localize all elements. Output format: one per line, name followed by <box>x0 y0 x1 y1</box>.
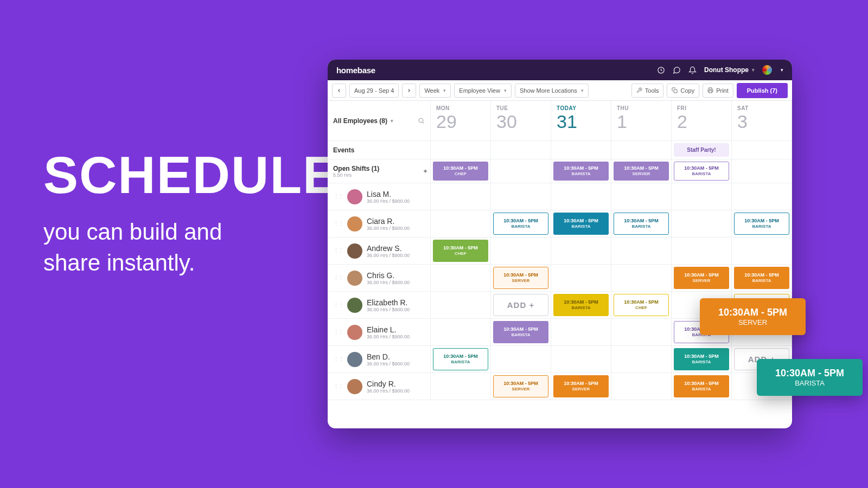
schedule-cell[interactable] <box>672 183 732 210</box>
shift-chip[interactable]: 10:30AM - 5PMBARISTA <box>614 213 669 235</box>
shift-chip[interactable]: 10:30AM - 5PMBARISTA <box>493 321 548 343</box>
employee-filter[interactable]: All Employees (8)▾ <box>333 117 393 125</box>
event-cell[interactable]: Staff Party! <box>672 141 732 159</box>
user-menu-caret[interactable]: ▾ <box>781 67 783 73</box>
period-dropdown[interactable]: Week▾ <box>419 84 451 98</box>
event-cell[interactable] <box>732 141 792 159</box>
schedule-cell[interactable] <box>431 183 491 210</box>
schedule-cell[interactable]: 10:30AM - 5PMBARISTA <box>732 210 792 237</box>
event-chip[interactable]: Staff Party! <box>674 143 729 157</box>
schedule-cell[interactable] <box>732 237 792 265</box>
schedule-cell[interactable] <box>611 373 672 400</box>
prev-week-button[interactable] <box>332 84 346 98</box>
schedule-cell[interactable]: ADD + <box>491 292 551 319</box>
tools-button[interactable]: Tools <box>631 84 664 98</box>
schedule-cell[interactable]: 10:30AM - 5PMBARISTA <box>551 292 611 319</box>
employee-row-label[interactable]: ⋮⋮ Elaine L.36.00 Hrs / $900.00 <box>328 319 431 346</box>
schedule-cell[interactable]: 10:30AM - 5PMBARISTA <box>491 319 551 346</box>
schedule-cell[interactable] <box>611 346 672 373</box>
dragging-shift-barista[interactable]: 10:30AM - 5PM BARISTA <box>757 359 863 396</box>
schedule-cell[interactable] <box>672 210 732 237</box>
drag-handle-icon[interactable]: ⋮⋮ <box>333 329 343 336</box>
event-cell[interactable] <box>551 141 611 159</box>
shift-chip[interactable]: 10:30AM - 5PMCHEF <box>614 294 669 316</box>
drag-handle-icon[interactable]: ⋮⋮ <box>333 383 343 390</box>
day-header[interactable]: THU1 <box>611 101 672 141</box>
schedule-cell[interactable] <box>551 265 611 292</box>
shift-chip[interactable]: 10:30AM - 5PMBARISTA <box>553 213 609 235</box>
employee-row-label[interactable]: ⋮⋮ Lisa M.36.00 Hrs / $900.00 <box>328 183 431 210</box>
shift-chip[interactable]: 10:30AM - 5PMCHEF <box>433 162 488 181</box>
shift-chip[interactable]: 10:30AM - 5PMBARISTA <box>433 348 488 370</box>
dragging-shift-server[interactable]: 10:30AM - 5PM SERVER <box>700 298 806 335</box>
next-week-button[interactable] <box>402 84 416 98</box>
drag-handle-icon[interactable]: ⋮⋮ <box>333 247 343 254</box>
open-shift-cell[interactable]: 10:30AM - 5PMBARISTA <box>551 159 611 183</box>
location-dropdown[interactable]: Donut Shoppe▾ <box>704 66 755 74</box>
shift-chip[interactable]: 10:30AM - 5PMBARISTA <box>674 162 729 181</box>
schedule-cell[interactable]: 10:30AM - 5PMBARISTA <box>672 346 732 373</box>
schedule-cell[interactable] <box>431 319 491 346</box>
bell-icon[interactable] <box>688 66 697 74</box>
clock-icon[interactable] <box>657 66 665 74</box>
day-header[interactable]: TODAY31 <box>551 101 611 141</box>
schedule-cell[interactable]: 10:30AM - 5PMCHEF <box>611 292 672 319</box>
schedule-cell[interactable] <box>491 346 551 373</box>
employee-row-label[interactable]: ⋮⋮ Ciara R.36.00 Hrs / $900.00 <box>328 210 431 237</box>
schedule-cell[interactable]: 10:30AM - 5PMBARISTA <box>491 210 551 237</box>
employee-row-label[interactable]: ⋮⋮ Elizabeth R.36.00 Hrs / $900.00 <box>328 292 431 319</box>
schedule-cell[interactable]: 10:30AM - 5PMBARISTA <box>732 265 792 292</box>
shift-chip[interactable]: 10:30AM - 5PMBARISTA <box>674 348 729 370</box>
shift-chip[interactable]: 10:30AM - 5PMBARISTA <box>734 267 789 289</box>
schedule-cell[interactable]: 10:30AM - 5PMBARISTA <box>672 373 732 400</box>
shift-chip[interactable]: 10:30AM - 5PMBARISTA <box>734 213 789 235</box>
open-shift-cell[interactable]: 10:30AM - 5PMBARISTA <box>672 159 732 183</box>
shift-chip[interactable]: 10:30AM - 5PMCHEF <box>433 240 488 262</box>
open-shift-cell[interactable]: 10:30AM - 5PMCHEF <box>431 159 491 183</box>
open-shift-cell[interactable] <box>491 159 551 183</box>
date-range-button[interactable]: Aug 29 - Sep 4 <box>349 84 399 98</box>
day-header[interactable]: FRI2 <box>672 101 732 141</box>
event-cell[interactable] <box>431 141 491 159</box>
locations-dropdown[interactable]: Show More Locations▾ <box>515 84 589 98</box>
event-cell[interactable] <box>491 141 551 159</box>
magic-wand-icon[interactable]: ✦ <box>423 168 428 175</box>
schedule-cell[interactable]: 10:30AM - 5PMBARISTA <box>551 210 611 237</box>
copy-button[interactable]: Copy <box>667 84 699 98</box>
shift-chip[interactable]: 10:30AM - 5PMSERVER <box>493 267 548 289</box>
schedule-cell[interactable] <box>551 237 611 265</box>
drag-handle-icon[interactable]: ⋮⋮ <box>333 193 343 200</box>
schedule-cell[interactable]: 10:30AM - 5PMSERVER <box>491 265 551 292</box>
view-mode-dropdown[interactable]: Employee View▾ <box>454 84 512 98</box>
schedule-cell[interactable]: 10:30AM - 5PMBARISTA <box>611 210 672 237</box>
employee-row-label[interactable]: ⋮⋮ Andrew S.36.00 Hrs / $900.00 <box>328 237 431 265</box>
schedule-cell[interactable]: 10:30AM - 5PMBARISTA <box>431 346 491 373</box>
schedule-cell[interactable] <box>551 319 611 346</box>
schedule-cell[interactable] <box>732 183 792 210</box>
day-header[interactable]: TUE30 <box>491 101 551 141</box>
employee-row-label[interactable]: ⋮⋮ Ben D.36.00 Hrs / $900.00 <box>328 346 431 373</box>
shift-chip[interactable]: 10:30AM - 5PMBARISTA <box>553 162 609 181</box>
add-shift-button[interactable]: ADD + <box>493 294 548 316</box>
schedule-cell[interactable] <box>491 183 551 210</box>
shift-chip[interactable]: 10:30AM - 5PMSERVER <box>553 375 609 397</box>
schedule-cell[interactable] <box>672 237 732 265</box>
print-button[interactable]: Print <box>703 84 733 98</box>
shift-chip[interactable]: 10:30AM - 5PMBARISTA <box>493 213 548 235</box>
event-cell[interactable] <box>611 141 672 159</box>
schedule-cell[interactable] <box>611 237 672 265</box>
day-header[interactable]: SAT3 <box>732 101 792 141</box>
search-icon[interactable] <box>418 117 425 124</box>
schedule-cell[interactable]: 10:30AM - 5PMSERVER <box>672 265 732 292</box>
schedule-cell[interactable] <box>431 210 491 237</box>
drag-handle-icon[interactable]: ⋮⋮ <box>333 356 343 363</box>
shift-chip[interactable]: 10:30AM - 5PMSERVER <box>614 162 669 181</box>
drag-handle-icon[interactable]: ⋮⋮ <box>333 301 343 309</box>
shift-chip[interactable]: 10:30AM - 5PMSERVER <box>493 375 548 397</box>
user-avatar[interactable] <box>762 65 772 75</box>
schedule-cell[interactable] <box>431 265 491 292</box>
shift-chip[interactable]: 10:30AM - 5PMBARISTA <box>674 375 729 397</box>
schedule-cell[interactable] <box>551 183 611 210</box>
schedule-cell[interactable] <box>431 292 491 319</box>
schedule-cell[interactable] <box>611 183 672 210</box>
